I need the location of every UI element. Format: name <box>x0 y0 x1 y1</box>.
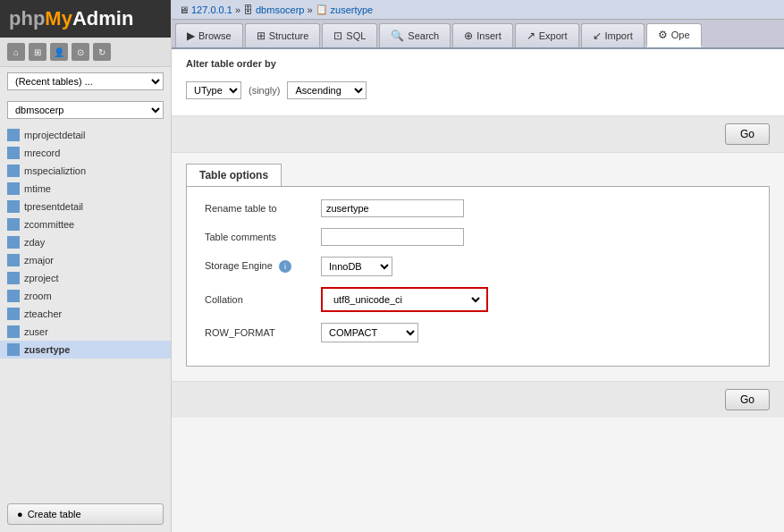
logo: phpMyAdmin <box>0 0 171 38</box>
rowformat-label: ROW_FORMAT <box>205 327 321 338</box>
tab-export[interactable]: ↗Export <box>515 23 579 47</box>
tab-import[interactable]: ↙Import <box>581 23 645 47</box>
breadcrumb: 🖥 127.0.0.1 » 🗄 dbmsocerp » 📋 zusertype <box>172 2 784 17</box>
server-icon: 🖥 <box>179 4 189 15</box>
sidebar-item-zcommittee[interactable]: zcommittee <box>0 215 171 233</box>
bottom-go-button[interactable]: Go <box>725 389 770 410</box>
order-direction-select[interactable]: Ascending Descending <box>287 81 367 99</box>
settings-icon[interactable]: ⊙ <box>72 43 89 61</box>
rename-label: Rename table to <box>205 203 321 214</box>
user-icon[interactable]: 👤 <box>50 43 68 61</box>
plus-icon: ● <box>17 509 23 519</box>
home-icon[interactable]: ⌂ <box>7 43 25 61</box>
sidebar-item-tpresentdetail[interactable]: tpresentdetail <box>0 198 171 215</box>
refresh-icon[interactable]: ↻ <box>93 43 111 61</box>
logo-php: php <box>9 7 45 30</box>
operations-icon: ⚙ <box>658 29 668 41</box>
logo-admin: Admin <box>72 7 133 30</box>
browse-icon: ▶ <box>187 30 195 42</box>
engine-info-icon[interactable]: i <box>279 260 291 273</box>
collation-highlight-box: utf8_unicode_ci utf8_general_ci latin1_s… <box>321 287 488 312</box>
sidebar-item-zusertype[interactable]: zusertype <box>0 341 171 359</box>
sidebar-item-mrecord[interactable]: mrecord <box>0 144 171 162</box>
comments-label: Table comments <box>205 232 321 242</box>
sidebar-item-zday[interactable]: zday <box>0 233 171 251</box>
table-icon <box>7 308 20 320</box>
tab-search[interactable]: 🔍Search <box>379 23 451 47</box>
table-list: mprojectdetail mrecord mspecializtion mt… <box>0 124 171 496</box>
comments-input[interactable] <box>321 228 464 246</box>
collation-label: Collation <box>205 294 321 305</box>
table-icon <box>7 272 20 284</box>
singly-label: (singly) <box>249 85 280 96</box>
sidebar-item-mprojectdetail[interactable]: mprojectdetail <box>0 126 171 144</box>
import-icon: ↙ <box>593 30 602 42</box>
sidebar-item-zproject[interactable]: zproject <box>0 269 171 287</box>
sidebar-item-zroom[interactable]: zroom <box>0 287 171 305</box>
recent-tables-dropdown[interactable]: (Recent tables) ... <box>7 72 164 90</box>
tab-browse[interactable]: ▶Browse <box>175 23 243 47</box>
create-table-button[interactable]: ● Create table <box>7 503 164 525</box>
topbar: 🖥 127.0.0.1 » 🗄 dbmsocerp » 📋 zusertype <box>172 0 784 20</box>
breadcrumb-sep2: » <box>307 4 312 15</box>
sidebar-item-zteacher[interactable]: zteacher <box>0 305 171 323</box>
insert-icon: ⊕ <box>464 30 473 42</box>
sidebar-item-zmajor[interactable]: zmajor <box>0 251 171 269</box>
rowformat-row: ROW_FORMAT COMPACT DYNAMIC FIXED COMPRES… <box>205 323 751 342</box>
table-icon <box>7 218 20 231</box>
order-section-title: Alter table order by <box>186 58 770 69</box>
sidebar-item-mspecializtion[interactable]: mspecializtion <box>0 162 171 180</box>
tab-sql[interactable]: ⊡SQL <box>322 23 377 47</box>
collation-select[interactable]: utf8_unicode_ci utf8_general_ci latin1_s… <box>326 291 483 308</box>
content-area: Alter table order by UType (singly) Asce… <box>172 49 784 532</box>
database-select[interactable]: dbmsocerp <box>7 101 164 119</box>
table-icon <box>7 200 20 213</box>
sidebar-item-mtime[interactable]: mtime <box>0 180 171 198</box>
db-icon: 🗄 <box>243 4 253 15</box>
engine-select[interactable]: InnoDB MyISAM MEMORY <box>321 257 392 276</box>
order-go-button[interactable]: Go <box>725 123 770 145</box>
main-panel: 🖥 127.0.0.1 » 🗄 dbmsocerp » 📋 zusertype … <box>172 0 784 532</box>
export-icon: ↗ <box>527 30 535 42</box>
rename-input[interactable] <box>321 199 464 217</box>
order-field-select[interactable]: UType <box>186 81 241 99</box>
table-icon <box>7 147 20 159</box>
search-icon: 🔍 <box>391 30 404 42</box>
table-options-header: Table options <box>186 164 282 186</box>
logo-my: My <box>45 7 72 30</box>
db-icon[interactable]: ⊞ <box>29 43 46 61</box>
tab-operations[interactable]: ⚙Ope <box>646 23 702 47</box>
database-dropdown[interactable]: dbmsocerp <box>7 101 164 119</box>
sql-icon: ⊡ <box>333 30 342 42</box>
table-icon <box>7 129 20 141</box>
engine-row: Storage Engine i InnoDB MyISAM MEMORY <box>205 257 751 276</box>
engine-label: Storage Engine i <box>205 260 321 273</box>
table-icon <box>7 290 20 302</box>
breadcrumb-table[interactable]: zusertype <box>331 4 374 15</box>
table-icon <box>7 182 20 195</box>
order-go-row: Go <box>172 116 784 153</box>
table-options-body: Rename table to Table comments Storage E… <box>186 186 770 367</box>
rowformat-select[interactable]: COMPACT DYNAMIC FIXED COMPRESSED REDUNDA… <box>321 323 418 342</box>
order-row: UType (singly) Ascending Descending <box>186 74 770 106</box>
sidebar: phpMyAdmin ⌂ ⊞ 👤 ⊙ ↻ (Recent tables) ...… <box>0 0 172 532</box>
breadcrumb-server[interactable]: 127.0.0.1 <box>191 4 232 15</box>
sidebar-toolbar: ⌂ ⊞ 👤 ⊙ ↻ <box>0 38 171 67</box>
order-section: Alter table order by UType (singly) Asce… <box>172 49 784 116</box>
table-icon <box>7 343 20 356</box>
recent-tables-select[interactable]: (Recent tables) ... <box>7 72 164 90</box>
table-icon: 📋 <box>316 4 328 15</box>
tab-structure[interactable]: ⊞Structure <box>245 23 321 47</box>
breadcrumb-sep1: » <box>235 4 240 15</box>
tab-bar: ▶Browse ⊞Structure ⊡SQL 🔍Search ⊕Insert … <box>172 20 784 49</box>
bottom-go-row: Go <box>172 381 784 418</box>
comments-row: Table comments <box>205 228 751 246</box>
structure-icon: ⊞ <box>257 30 266 42</box>
sidebar-item-zuser[interactable]: zuser <box>0 323 171 341</box>
rename-row: Rename table to <box>205 199 751 217</box>
table-icon <box>7 165 20 177</box>
table-icon <box>7 325 20 338</box>
tab-insert[interactable]: ⊕Insert <box>452 23 513 47</box>
breadcrumb-database[interactable]: dbmsocerp <box>256 4 304 15</box>
collation-row: Collation utf8_unicode_ci utf8_general_c… <box>205 287 751 312</box>
